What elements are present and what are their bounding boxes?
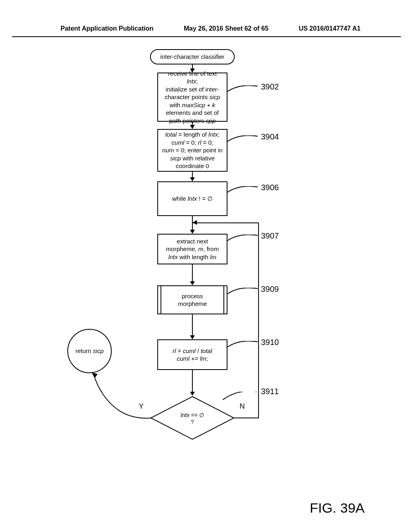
ref-3906: 3906 — [261, 183, 279, 192]
node-3909: process morpheme — [157, 285, 227, 314]
ref-3907: 3907 — [261, 231, 279, 241]
flowchart: inter-character classifier receive line … — [53, 49, 360, 476]
node-return: return sicp — [67, 329, 112, 373]
ref-3910: 3910 — [261, 338, 279, 347]
ref-3904: 3904 — [261, 132, 279, 141]
node-3902: receive line of text lntx; initialize se… — [157, 73, 227, 122]
page-header: Patent Application Publication May 26, 2… — [12, 0, 401, 37]
ref-3909: 3909 — [261, 285, 279, 294]
header-right: US 2016/0147747 A1 — [299, 25, 361, 32]
start-label: inter-character classifier — [160, 53, 224, 61]
node-3904: total = length of lntx; cuml = 0; rl = 0… — [157, 129, 227, 172]
decision-no: N — [240, 402, 245, 411]
svg-marker-1 — [92, 372, 98, 378]
node-3910: rl = cuml / total cuml += lm; — [157, 339, 227, 370]
figure-caption: FIG. 39A — [310, 500, 365, 516]
header-left: Patent Application Publication — [60, 25, 154, 32]
node-3907: extract next morpheme, m, from lntx with… — [157, 234, 227, 264]
header-center: May 26, 2016 Sheet 62 of 65 — [184, 25, 269, 32]
node-3906: while lntx ! = ∅ — [157, 181, 227, 216]
ref-3911: 3911 — [261, 387, 279, 396]
node-start: inter-character classifier — [150, 49, 235, 64]
ref-3902: 3902 — [261, 82, 279, 91]
node-3911: lntx == ∅ ? — [150, 396, 235, 440]
